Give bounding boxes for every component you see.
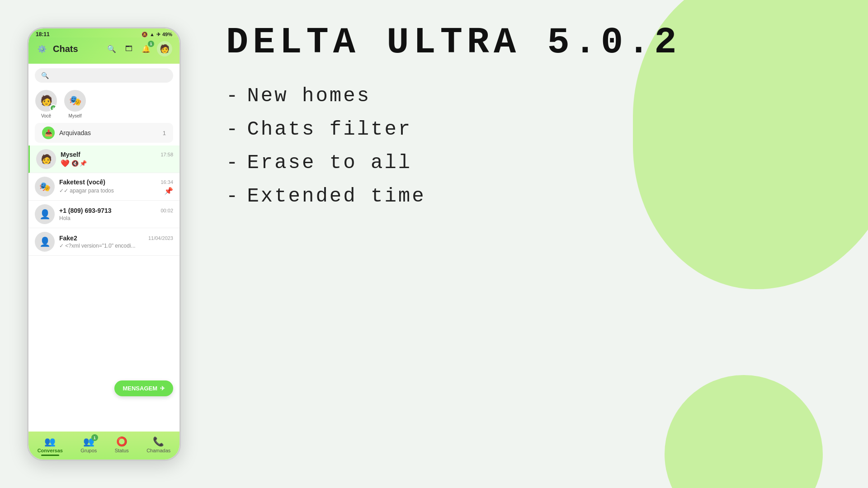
feature-dash-3: - [226,153,238,173]
feature-item-2: - Chats filter [226,119,814,139]
mensagem-button[interactable]: MENSAGEM ✈ [114,380,173,396]
pin-icon: 📌 [80,160,87,167]
chat-info-faketest: Faketest (você) 16:34 ✓✓ apagar para tod… [59,178,173,195]
chat-time-fake2: 11/04/2023 [148,235,173,241]
chat-item-phone[interactable]: 👤 +1 (809) 693-9713 00:02 Hola [28,201,179,228]
search-input[interactable] [52,72,167,79]
chat-avatar-faketest: 🎭 [35,177,55,197]
stories-row: 🧑 + Você 🎭 Myself [28,87,179,123]
chat-avatar-phone: 👤 [35,204,55,224]
nav-label-grupos: Grupos [80,448,97,453]
chat-item-fake2[interactable]: 👤 Fake2 11/04/2023 ✓ <?xml version="1.0"… [28,228,179,256]
chat-preview-row-faketest: ✓✓ apagar para todos 📌 [59,187,173,195]
feature-text-3: Erase to all [247,153,412,173]
chat-preview-fake2: ✓ <?xml version="1.0" encodi... [59,243,173,249]
notification-icon-container[interactable]: 🔔 1 [140,42,152,55]
bottom-nav: 👥 Conversas 👥 1 Grupos ⭕ Status 📞 Chamad… [28,432,179,460]
feature-text-2: Chats filter [247,119,412,139]
nav-label-conversas: Conversas [38,448,63,453]
pin-icon-faketest: 📌 [164,187,173,195]
nav-item-grupos[interactable]: 👥 1 Grupos [80,436,97,453]
feature-text-1: New homes [247,86,371,106]
battery-icon: 49% [162,32,172,37]
search-bar[interactable]: 🔍 [35,68,173,83]
chat-name-row-phone: +1 (809) 693-9713 00:02 [59,207,173,214]
story-label-myself: Myself [69,113,82,118]
chat-preview-row-myself: ❤️ 🔇 📌 [61,159,173,168]
status-icons: 🔕 ▲ ✈ 49% [142,32,172,38]
main-title: DELTA ULTRA 5.0.2 [226,23,814,63]
archived-icon: 📥 [42,127,55,139]
user-avatar[interactable]: 🧑 [157,41,172,56]
nav-item-chamadas[interactable]: 📞 Chamadas [146,436,170,453]
chat-time-faketest: 16:34 [160,179,173,185]
signal-icon: 🔕 [142,32,148,38]
chat-avatar-myself: 🧑 [36,149,56,169]
story-label-voce: Você [41,113,51,118]
send-icon: ✈ [160,385,165,392]
story-item-voce[interactable]: 🧑 + Você [35,90,57,118]
nav-icon-conversas: 👥 [44,436,56,447]
chat-item-myself[interactable]: 🧑 Myself 17:58 ❤️ 🔇 📌 [28,145,179,173]
chat-icons-myself: 🔇 📌 [71,160,87,167]
chat-name-row-myself: Myself 17:58 [61,151,173,158]
wifi-icon: ▲ [150,32,155,37]
notification-badge: 1 [148,41,154,47]
chat-info-phone: +1 (809) 693-9713 00:02 Hola [59,207,173,221]
archived-count: 1 [163,130,166,136]
chat-name-row-fake2: Fake2 11/04/2023 [59,235,173,242]
feature-list: - New homes - Chats filter - Erase to al… [226,86,814,206]
archived-row[interactable]: 📥 Arquivadas 1 [35,123,173,143]
chat-time-phone: 00:02 [160,208,173,213]
app-bar-title: Chats [53,44,101,54]
archived-label: Arquivadas [59,129,158,136]
status-bar: 18:11 🔕 ▲ ✈ 49% [28,28,179,38]
right-content: DELTA ULTRA 5.0.2 - New homes - Chats fi… [208,18,841,470]
nav-label-status: Status [115,448,129,453]
chat-avatar-fake2: 👤 [35,232,55,252]
chat-info-myself: Myself 17:58 ❤️ 🔇 📌 [61,151,173,168]
story-add-btn[interactable]: + [50,104,57,112]
mute-icon: 🔇 [71,160,79,167]
chat-name-phone: +1 (809) 693-9713 [59,207,112,214]
chat-body: 🔍 🧑 + Você 🎭 Myself [28,64,179,432]
feature-item-1: - New homes [226,86,814,106]
phone-mockup: 18:11 🔕 ▲ ✈ 49% ⚙️ Chats 🔍 🗔 🔔 1 🧑 [27,27,181,461]
status-time: 18:11 [36,31,50,38]
chat-info-fake2: Fake2 11/04/2023 ✓ <?xml version="1.0" e… [59,235,173,249]
mensagem-label: MENSAGEM [123,385,157,392]
feature-item-3: - Erase to all [226,153,814,173]
nav-item-status[interactable]: ⭕ Status [115,436,129,453]
story-item-myself[interactable]: 🎭 Myself [64,90,86,118]
chat-preview-phone: Hola [59,215,173,221]
nav-label-chamadas: Chamadas [146,448,170,453]
feature-dash-1: - [226,86,238,106]
new-chat-icon[interactable]: 🗔 [123,42,135,55]
chat-item-faketest[interactable]: 🎭 Faketest (você) 16:34 ✓✓ apagar para t… [28,173,179,201]
nav-indicator-conversas [41,455,59,456]
nav-badge-grupos: 1 [91,434,98,441]
feature-text-4: Extended time [247,186,425,206]
airplane-icon: ✈ [156,32,160,38]
chat-name-row-faketest: Faketest (você) 16:34 [59,178,173,186]
feature-dash-4: - [226,186,238,206]
chat-name-myself: Myself [61,151,80,158]
app-bar: ⚙️ Chats 🔍 🗔 🔔 1 🧑 [28,38,179,64]
story-avatar-voce: 🧑 + [35,90,57,112]
chat-time-myself: 17:58 [160,152,173,157]
chat-name-faketest: Faketest (você) [59,178,105,186]
chat-name-fake2: Fake2 [59,235,77,242]
nav-item-conversas[interactable]: 👥 Conversas [38,436,63,453]
main-container: 18:11 🔕 ▲ ✈ 49% ⚙️ Chats 🔍 🗔 🔔 1 🧑 [0,0,868,488]
feature-item-4: - Extended time [226,186,814,206]
nav-icon-status: ⭕ [116,436,127,447]
heart-icon: ❤️ [61,159,70,168]
settings-icon[interactable]: ⚙️ [36,42,48,55]
chat-preview-row-fake2: ✓ <?xml version="1.0" encodi... [59,243,173,249]
feature-dash-2: - [226,119,238,139]
search-icon[interactable]: 🔍 [105,42,118,55]
chat-preview-row-phone: Hola [59,215,173,221]
search-bar-icon: 🔍 [41,72,49,79]
nav-icon-chamadas: 📞 [153,436,164,447]
chat-preview-faketest: ✓✓ apagar para todos [59,188,162,194]
